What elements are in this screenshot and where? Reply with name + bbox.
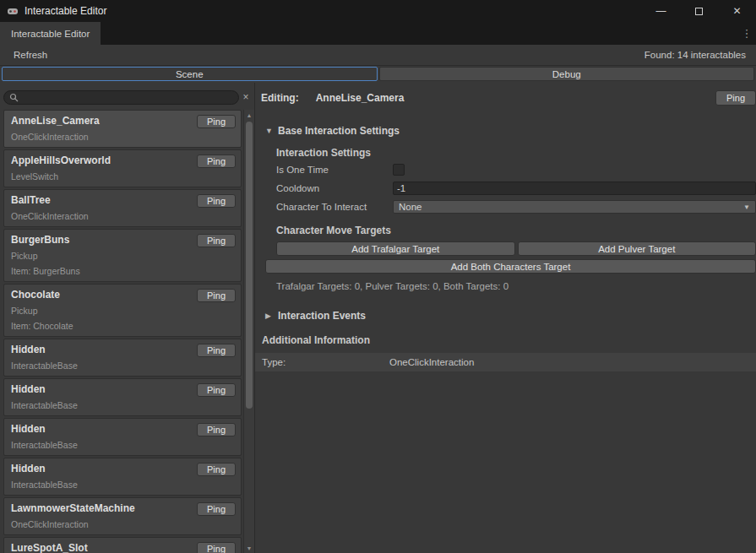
maximize-box bbox=[695, 8, 703, 15]
ping-button[interactable]: Ping bbox=[197, 344, 236, 357]
type-value: OneClickInteraction bbox=[389, 357, 474, 367]
tab-interactable-editor[interactable]: Interactable Editor bbox=[0, 22, 101, 45]
close-icon[interactable]: ✕ bbox=[718, 0, 756, 22]
interactable-type: Pickup bbox=[11, 306, 234, 316]
list-item[interactable]: Hidden Ping InteractableBase bbox=[3, 339, 242, 377]
ping-button[interactable]: Ping bbox=[197, 115, 236, 128]
is-one-time-row: Is One Time bbox=[276, 162, 756, 177]
ping-button[interactable]: Ping bbox=[715, 90, 756, 106]
character-to-interact-row: Character To Interact None ▼ bbox=[276, 199, 756, 214]
list-wrap: AnneLise_Camera Ping OneClickInteraction… bbox=[0, 110, 254, 553]
interactable-type: InteractableBase bbox=[11, 480, 234, 490]
list-item[interactable]: BurgerBuns Ping Pickup Item: BurgerBuns bbox=[3, 229, 242, 282]
search-icon bbox=[9, 93, 19, 102]
type-row: Type: OneClickInteraction bbox=[255, 353, 756, 371]
foldout-label: Base Interaction Settings bbox=[278, 125, 400, 137]
search-clear-icon[interactable]: × bbox=[239, 91, 253, 103]
base-settings-content: Interaction Settings Is One Time Cooldow… bbox=[276, 137, 756, 291]
interactable-list: AnneLise_Camera Ping OneClickInteraction… bbox=[0, 110, 243, 553]
editing-label: Editing: bbox=[261, 92, 299, 104]
editor-tabstrip: Interactable Editor ⋮ bbox=[0, 22, 756, 45]
move-targets-header: Character Move Targets bbox=[276, 225, 756, 236]
add-both-characters-target-button[interactable]: Add Both Characters Target bbox=[265, 259, 756, 274]
ping-button[interactable]: Ping bbox=[197, 542, 236, 553]
kebab-menu-icon[interactable]: ⋮ bbox=[740, 22, 753, 45]
window-controls: — ✕ bbox=[642, 0, 756, 22]
search-field bbox=[3, 90, 239, 105]
interactable-type: OneClickInteraction bbox=[11, 132, 234, 142]
main-area: × AnneLise_Camera Ping OneClickInteracti… bbox=[0, 83, 756, 553]
list-item[interactable]: BallTree Ping OneClickInteraction bbox=[3, 189, 242, 227]
interactable-item-info: Item: BurgerBuns bbox=[11, 266, 234, 276]
view-tabs: Scene Debug bbox=[0, 66, 756, 83]
list-item[interactable]: LawnmowerStateMachine Ping OneClickInter… bbox=[3, 497, 242, 535]
app-icon bbox=[7, 5, 19, 17]
scene-list-panel: × AnneLise_Camera Ping OneClickInteracti… bbox=[0, 83, 255, 553]
search-input[interactable] bbox=[22, 92, 233, 102]
foldout-closed-icon: ▶ bbox=[265, 312, 273, 320]
interactable-type: InteractableBase bbox=[11, 440, 234, 450]
vertical-scrollbar[interactable]: ▲ ▼ bbox=[243, 110, 254, 553]
refresh-button[interactable]: Refresh bbox=[7, 48, 54, 62]
tab-scene[interactable]: Scene bbox=[2, 67, 378, 81]
list-item[interactable]: Hidden Ping InteractableBase bbox=[3, 458, 242, 496]
editing-value: AnneLise_Camera bbox=[316, 92, 405, 104]
interactable-type: Pickup bbox=[11, 251, 234, 261]
cooldown-row: Cooldown bbox=[276, 181, 756, 196]
scroll-up-icon[interactable]: ▲ bbox=[244, 110, 254, 120]
list-item[interactable]: Hidden Ping InteractableBase bbox=[3, 378, 242, 416]
toolbar: Refresh Found: 14 interactables bbox=[0, 45, 756, 66]
list-item[interactable]: Hidden Ping InteractableBase bbox=[3, 418, 242, 456]
minimize-icon[interactable]: — bbox=[642, 0, 680, 22]
list-item[interactable]: AppleHillsOverworld Ping LevelSwitch bbox=[3, 149, 242, 187]
interactable-type: InteractableBase bbox=[11, 361, 234, 371]
add-both-row: Add Both Characters Target bbox=[265, 259, 756, 274]
chevron-down-icon: ▼ bbox=[743, 203, 750, 211]
interactable-item-info: Item: Chocolate bbox=[11, 321, 234, 331]
list-item[interactable]: LureSpotA_Slot Ping bbox=[3, 537, 242, 553]
list-item[interactable]: AnneLise_Camera Ping OneClickInteraction bbox=[3, 110, 242, 148]
ping-button[interactable]: Ping bbox=[197, 234, 236, 247]
character-to-interact-label: Character To Interact bbox=[276, 202, 393, 212]
ping-button[interactable]: Ping bbox=[197, 194, 236, 208]
titlebar: Interactable Editor — ✕ bbox=[0, 0, 756, 22]
type-label: Type: bbox=[262, 357, 389, 367]
search-row: × bbox=[0, 89, 254, 105]
ping-button[interactable]: Ping bbox=[197, 289, 236, 302]
scroll-down-icon[interactable]: ▼ bbox=[244, 543, 254, 553]
foldout-base-interaction-settings[interactable]: ▼ Base Interaction Settings bbox=[261, 125, 756, 137]
ping-button[interactable]: Ping bbox=[197, 155, 236, 168]
target-buttons-row: Add Trafalgar Target Add Pulver Target bbox=[276, 241, 756, 256]
character-to-interact-dropdown[interactable]: None ▼ bbox=[393, 200, 756, 214]
ping-button[interactable]: Ping bbox=[197, 423, 236, 436]
is-one-time-label: Is One Time bbox=[276, 165, 393, 175]
interactable-type: OneClickInteraction bbox=[11, 211, 234, 221]
inspector-panel: Editing: AnneLise_Camera Ping ▼ Base Int… bbox=[255, 83, 756, 553]
found-count: Found: 14 interactables bbox=[645, 50, 749, 60]
tab-debug[interactable]: Debug bbox=[379, 67, 755, 81]
dropdown-value: None bbox=[399, 202, 422, 212]
maximize-icon[interactable] bbox=[680, 0, 718, 22]
add-pulver-target-button[interactable]: Add Pulver Target bbox=[518, 241, 756, 256]
targets-summary: Trafalgar Targets: 0, Pulver Targets: 0,… bbox=[276, 281, 756, 291]
ping-button[interactable]: Ping bbox=[197, 383, 236, 397]
inspector-header: Editing: AnneLise_Camera Ping bbox=[261, 89, 756, 106]
window-title: Interactable Editor bbox=[24, 5, 106, 17]
cooldown-input[interactable] bbox=[393, 182, 756, 195]
scrollbar-thumb[interactable] bbox=[246, 122, 253, 409]
additional-information-header: Additional Information bbox=[261, 334, 756, 346]
interactable-type: LevelSwitch bbox=[11, 171, 234, 182]
interaction-settings-header: Interaction Settings bbox=[276, 147, 756, 159]
interactable-type: OneClickInteraction bbox=[11, 519, 234, 529]
interactable-type: InteractableBase bbox=[11, 400, 234, 410]
foldout-interaction-events[interactable]: ▶ Interaction Events bbox=[261, 310, 756, 322]
ping-button[interactable]: Ping bbox=[197, 463, 236, 476]
foldout-label: Interaction Events bbox=[278, 310, 366, 322]
list-item[interactable]: Chocolate Ping Pickup Item: Chocolate bbox=[3, 284, 242, 337]
ping-button[interactable]: Ping bbox=[197, 502, 236, 516]
cooldown-label: Cooldown bbox=[276, 183, 393, 193]
add-trafalgar-target-button[interactable]: Add Trafalgar Target bbox=[276, 241, 515, 256]
is-one-time-checkbox[interactable] bbox=[393, 164, 405, 176]
foldout-open-icon: ▼ bbox=[265, 127, 273, 135]
interactable-editor-window: Interactable Editor — ✕ Interactable Edi… bbox=[0, 0, 756, 553]
